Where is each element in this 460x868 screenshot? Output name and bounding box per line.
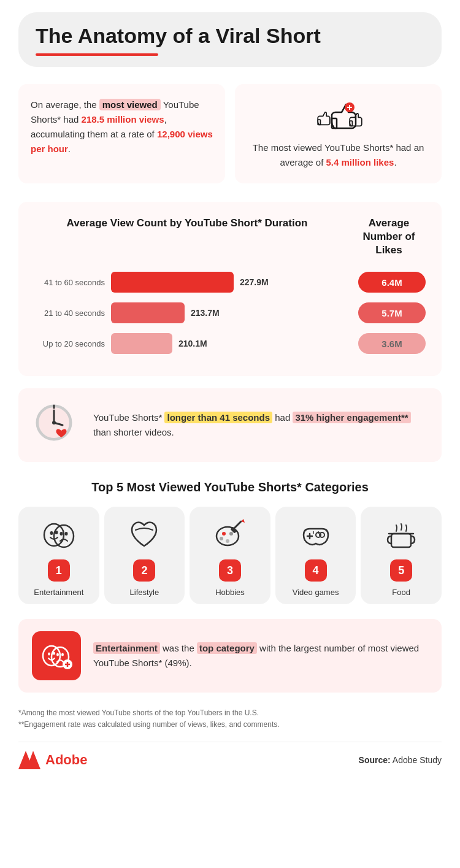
views-highlight-2: 218.5 million views [82, 114, 164, 125]
chart-title-right: Average Number of Likes [352, 217, 426, 257]
engagement-text-3: than shorter videos. [93, 427, 174, 437]
source-value: Adobe Study [393, 755, 442, 765]
food-icon [383, 517, 420, 553]
bar-area-1: 227.9M [111, 272, 352, 293]
bar-1 [111, 272, 234, 293]
likes-highlight: 5.4 million likes [326, 157, 394, 167]
svg-point-17 [59, 532, 63, 536]
category-label-2: Lifestyle [130, 588, 159, 597]
likes-badge-2: 5.7M [358, 302, 426, 323]
view-count-2: 213.7M [191, 308, 226, 318]
category-label-4: Video games [293, 588, 339, 597]
chart-row-3: Up to 20 seconds 210.1M 3.6M [34, 333, 426, 354]
likes-badge-3: 3.6M [358, 333, 426, 354]
chart-row-1: 41 to 60 seconds 227.9M 6.4M [34, 272, 426, 293]
svg-point-38 [56, 653, 59, 656]
entertainment-note-icon [32, 631, 81, 680]
footnote-2: **Engagement rate was calculated using n… [18, 719, 442, 731]
entertainment-highlight-1: Entertainment [93, 642, 160, 654]
svg-point-18 [64, 532, 67, 536]
category-number-1: 1 [48, 559, 70, 582]
chart-title-left: Average View Count by YouTube Short* Dur… [34, 217, 352, 230]
svg-rect-32 [391, 534, 411, 547]
view-count-3: 210.1M [178, 339, 214, 348]
chart-row-2: 21 to 40 seconds 213.7M 5.7M [34, 302, 426, 323]
entertainment-note-text: Entertainment was the top category with … [93, 641, 428, 670]
category-label-5: Food [392, 588, 410, 597]
chart-header: Average View Count by YouTube Short* Dur… [34, 217, 426, 257]
engagement-highlight-1: longer than 41 seconds [164, 412, 272, 423]
categories-section: Top 5 Most Viewed YouTube Shorts* Catego… [18, 480, 442, 604]
source-label: Source: [359, 755, 391, 765]
svg-point-22 [226, 539, 229, 543]
svg-point-20 [222, 532, 226, 536]
duration-label-3: Up to 20 seconds [34, 339, 105, 348]
categories-grid: 1 Entertainment 2 Lifestyle [18, 507, 442, 604]
view-count-1: 227.9M [240, 277, 275, 287]
adobe-text: Adobe [45, 752, 87, 768]
category-number-5: 5 [390, 559, 412, 582]
footer: Adobe Source: Adobe Study [18, 742, 442, 769]
category-card-2: 2 Lifestyle [104, 507, 185, 604]
svg-point-39 [61, 653, 64, 656]
category-number-4: 4 [305, 559, 327, 582]
duration-label-2: 21 to 40 seconds [34, 309, 105, 318]
views-stat-card: On average, the most viewed YouTube Shor… [18, 84, 225, 183]
bar-area-2: 213.7M [111, 302, 352, 323]
views-text-4: . [68, 144, 71, 154]
lifestyle-icon [126, 517, 163, 553]
category-number-2: 2 [133, 559, 155, 582]
footnote-1: *Among the most viewed YouTube shorts of… [18, 707, 442, 719]
page-title: The Anatomy of a Viral Short [36, 23, 424, 48]
category-card-3: 3 Hobbies [190, 507, 270, 604]
bar-3 [111, 333, 172, 354]
title-underline [36, 53, 158, 56]
likes-text: The most viewed YouTube Shorts* had an a… [247, 140, 429, 170]
entertainment-text-1: was the [160, 643, 197, 653]
svg-point-23 [229, 532, 233, 536]
likes-badge-1: 6.4M [358, 272, 426, 293]
adobe-logo-icon [18, 751, 40, 769]
svg-point-14 [50, 531, 53, 535]
engagement-text-2: had [272, 412, 293, 423]
svg-point-12 [52, 421, 56, 424]
duration-label-1: 41 to 60 seconds [34, 278, 105, 287]
category-label-1: Entertainment [34, 588, 83, 597]
bar-2 [111, 302, 185, 323]
engagement-note: YouTube Shorts* longer than 41 seconds h… [18, 388, 442, 462]
engagement-text: YouTube Shorts* longer than 41 seconds h… [93, 410, 428, 440]
likes-text-2: . [394, 157, 396, 167]
views-highlight-1: most viewed [99, 99, 161, 110]
entertainment-highlight-2: top category [197, 642, 257, 654]
engagement-highlight-2: 31% higher engagement** [293, 412, 410, 423]
category-label-3: Hobbies [215, 588, 245, 597]
bar-area-3: 210.1M [111, 333, 352, 354]
category-card-1: 1 Entertainment [18, 507, 99, 604]
page-wrapper: The Anatomy of a Viral Short On average,… [0, 0, 460, 788]
svg-point-35 [48, 653, 50, 656]
videogames-icon [297, 517, 334, 553]
category-number-3: 3 [219, 559, 241, 582]
category-card-5: 5 Food [361, 507, 442, 604]
likes-stat-card: The most viewed YouTube Shorts* had an a… [235, 84, 442, 183]
title-section: The Anatomy of a Viral Short [18, 12, 442, 67]
engagement-text-1: YouTube Shorts* [93, 412, 164, 423]
source-text: Source: Adobe Study [359, 755, 442, 765]
top-stats: On average, the most viewed YouTube Shor… [18, 84, 442, 183]
footnotes: *Among the most viewed YouTube shorts of… [18, 707, 442, 731]
chart-section: Average View Count by YouTube Short* Dur… [18, 202, 442, 376]
views-text-1: On average, the [31, 99, 99, 110]
svg-point-21 [220, 537, 223, 540]
category-card-4: 4 Video games [275, 507, 356, 604]
hobbies-icon [212, 517, 248, 553]
entertainment-icon [40, 517, 77, 553]
categories-title: Top 5 Most Viewed YouTube Shorts* Catego… [18, 480, 442, 494]
svg-line-24 [234, 521, 241, 529]
adobe-logo: Adobe [18, 751, 87, 769]
entertainment-note: Entertainment was the top category with … [18, 619, 442, 693]
clock-icon [32, 401, 81, 450]
thumbs-icon [314, 98, 363, 134]
